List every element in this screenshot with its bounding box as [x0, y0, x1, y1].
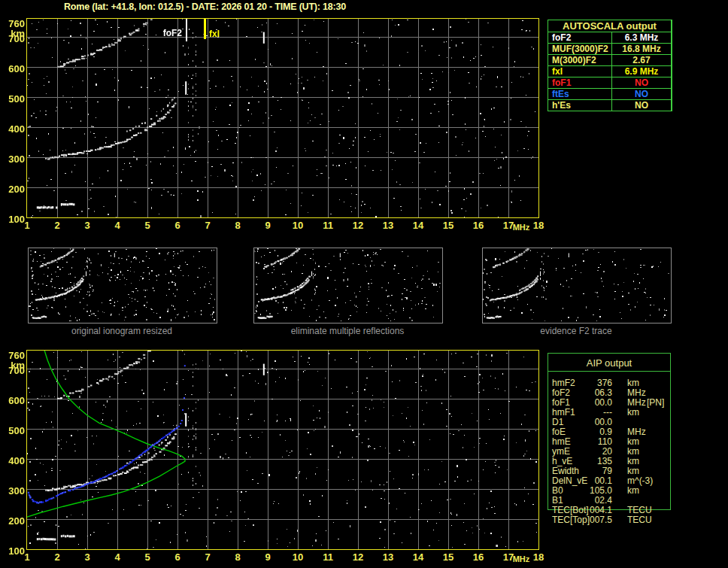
- ionogram-bottom-plot: [26, 350, 539, 550]
- x-tick-label: 5: [138, 551, 157, 563]
- thumbnail-original-ionogram: [28, 248, 217, 323]
- x-tick-label: 3: [77, 220, 97, 231]
- autoscala-row-label: fxI: [548, 66, 611, 77]
- x-tick-label: 4: [108, 220, 127, 231]
- aip-header-divider: [548, 371, 671, 372]
- y-axis-unit-label: km: [1, 28, 25, 39]
- x-tick-label: 7: [198, 220, 217, 231]
- autoscala-row-label: foF1: [548, 77, 611, 88]
- x-tick-label: 10: [288, 220, 308, 231]
- autoscala-row-label: M(3000)F2: [548, 55, 611, 65]
- autoscala-table: AUTOSCALA output foF26.3 MHzMUF(3000)F21…: [548, 20, 672, 111]
- autoscala-row-value: 2.67: [612, 55, 671, 65]
- ionogram-top-canvas: [27, 19, 538, 217]
- x-tick-label: 8: [228, 551, 247, 563]
- x-tick-label: 4: [108, 551, 127, 563]
- autoscala-row-value: NO: [612, 77, 671, 88]
- thumbnail-evidence-f2: [482, 248, 672, 323]
- aip-row-extra: [PN]: [647, 398, 664, 408]
- x-tick-label: 7: [198, 551, 217, 563]
- x-tick-label: 6: [168, 551, 187, 563]
- y-tick-label: 400: [1, 455, 25, 466]
- thumbnail-eliminate-reflections: [253, 248, 443, 323]
- y-tick-label: 400: [1, 123, 25, 135]
- y-tick-label: 200: [1, 184, 25, 195]
- y-tick-label: 600: [1, 395, 25, 406]
- x-tick-label: 13: [378, 220, 398, 231]
- thumbnail-caption-evidence: evidence F2 trace: [482, 326, 670, 336]
- x-axis-unit-label: MHz: [508, 554, 534, 563]
- thumbnail-caption-eliminate: eliminate multiple reflections: [253, 326, 441, 336]
- x-tick-label: 1: [17, 551, 37, 563]
- thumbnail-caption-original: original ionogram resized: [28, 326, 216, 336]
- autoscala-row-label: MUF(3000)F2: [548, 44, 611, 54]
- aip-row-unit: km: [627, 486, 639, 496]
- y-tick-label: 200: [1, 515, 25, 527]
- ionogram-top-plot: foF2 fxI: [26, 18, 539, 218]
- x-tick-label: 15: [438, 220, 458, 231]
- aip-table: hmF2376kmfoF206.3MHzfoF100.0MHz[PN]hmF1-…: [548, 378, 671, 525]
- y-axis-unit-label: km: [1, 360, 25, 371]
- x-tick-label: 13: [378, 551, 398, 563]
- aip-row-value: 007.5: [570, 515, 612, 525]
- y-tick-label: 600: [1, 63, 25, 74]
- x-tick-label: 1: [17, 220, 37, 231]
- autoscala-row-value: 6.9 MHz: [612, 66, 671, 77]
- x-tick-label: 9: [258, 220, 278, 231]
- thumbnail-eliminate-canvas: [254, 248, 441, 321]
- x-tick-label: 5: [138, 220, 157, 231]
- autoscala-row-value: NO: [612, 100, 671, 111]
- x-tick-label: 8: [228, 220, 247, 231]
- autoscala-header: AUTOSCALA output: [548, 20, 671, 32]
- page-title: Rome (lat: +41.8, lon: 012.5) - DATE: 20…: [64, 2, 346, 12]
- aip-row-unit: km: [627, 408, 639, 418]
- x-tick-label: 11: [318, 220, 338, 231]
- autoscala-row-label: foF2: [548, 32, 611, 43]
- aip-row: TEC[Top]007.5TECU: [548, 515, 671, 525]
- x-tick-label: 14: [408, 551, 428, 563]
- foF2-marker-label: foF2: [153, 28, 182, 38]
- thumbnail-evidence-canvas: [483, 248, 669, 321]
- x-tick-label: 3: [77, 551, 97, 563]
- y-tick-label: 300: [1, 153, 25, 165]
- x-tick-label: 14: [408, 220, 428, 231]
- autoscala-row-label: h'Es: [548, 100, 611, 111]
- x-tick-label: 16: [469, 220, 488, 231]
- ionogram-bottom-canvas: [27, 351, 538, 549]
- aip-row-unit: TECU: [627, 515, 652, 525]
- autoscala-row-value: 6.3 MHz: [612, 32, 671, 43]
- y-tick-label: 500: [1, 93, 25, 105]
- x-tick-label: 2: [47, 551, 67, 563]
- x-tick-label: 11: [318, 551, 338, 563]
- thumbnail-original-canvas: [29, 248, 215, 321]
- x-tick-label: 6: [168, 220, 187, 231]
- y-tick-label: 500: [1, 425, 25, 436]
- x-tick-label: 12: [348, 551, 368, 563]
- screen: Rome (lat: +41.8, lon: 012.5) - DATE: 20…: [0, 0, 728, 568]
- x-tick-label: 12: [348, 220, 368, 231]
- autoscala-row-value: NO: [612, 89, 671, 99]
- x-tick-label: 9: [258, 551, 278, 563]
- autoscala-row-value: 16.8 MHz: [612, 44, 671, 54]
- x-tick-label: 10: [288, 551, 308, 563]
- x-axis-unit-label: MHz: [508, 223, 534, 232]
- x-tick-label: 16: [469, 551, 488, 563]
- autoscala-row-label: ftEs: [548, 89, 611, 99]
- aip-header: AIP output: [548, 357, 671, 369]
- y-tick-label: 300: [1, 485, 25, 497]
- fxI-marker-label: fxI: [209, 29, 220, 39]
- autoscala-screen: { "title": "Rome (lat: +41.8, lon: 012.5…: [0, 0, 728, 568]
- x-tick-label: 2: [47, 220, 67, 231]
- x-tick-label: 15: [438, 551, 458, 563]
